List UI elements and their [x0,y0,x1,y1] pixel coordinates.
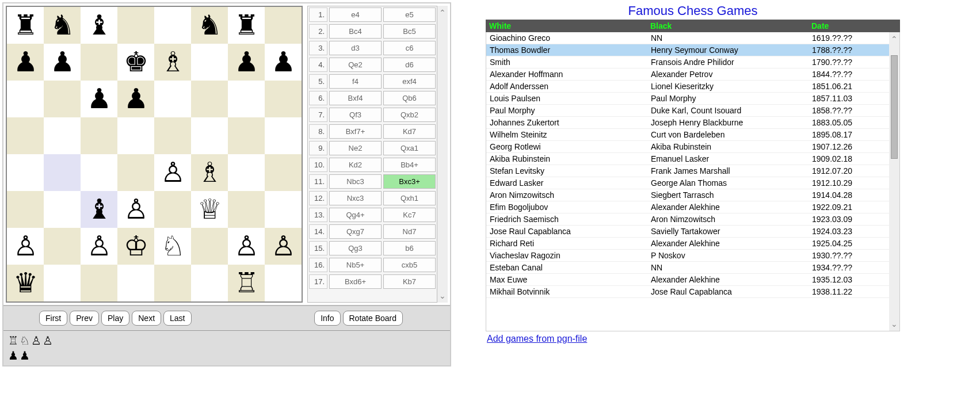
last-button[interactable]: Last [163,311,191,326]
game-row[interactable]: Georg RotlewiAkiba Rubinstein1907.12.26 [486,141,889,153]
square-7-4[interactable] [154,265,191,301]
square-2-2[interactable]: ♟ [81,81,117,117]
game-row[interactable]: Efim BogoljubovAlexander Alekhine1922.09… [486,201,889,213]
square-6-4[interactable]: ♘ [154,228,191,265]
game-row[interactable]: Gioachino GrecoNN1619.??.?? [486,32,889,44]
square-1-3[interactable]: ♚ [117,44,154,81]
move-black[interactable]: cxb5 [383,258,436,272]
add-games-link[interactable]: Add games from pgn-file [486,331,588,346]
square-7-3[interactable] [117,265,154,301]
square-3-4[interactable] [154,117,191,154]
move-white[interactable]: Qg3 [329,241,382,255]
square-2-0[interactable] [7,81,44,117]
move-black[interactable]: Bxc3+ [383,174,436,189]
move-white[interactable]: e4 [329,7,382,22]
move-white[interactable]: Bc4 [329,24,382,39]
move-white[interactable]: Bxf4 [329,91,382,105]
square-1-1[interactable]: ♟ [44,44,81,81]
move-black[interactable]: Qb6 [383,91,436,105]
square-7-2[interactable] [81,265,117,301]
move-black[interactable]: Kd7 [383,124,436,139]
square-4-3[interactable] [117,154,154,191]
square-1-4[interactable]: ♗ [154,44,191,81]
game-row[interactable]: Louis PaulsenPaul Morphy1857.11.03 [486,93,889,105]
game-row[interactable]: Akiba RubinsteinEmanuel Lasker1909.02.18 [486,153,889,165]
game-row[interactable]: Aron NimzowitschSiegbert Tarrasch1914.04… [486,189,889,201]
game-row[interactable]: Thomas BowdlerHenry Seymour Conway1788.?… [486,44,889,56]
square-3-6[interactable] [228,117,265,154]
move-white[interactable]: Qxg7 [329,224,382,239]
scroll-up-icon[interactable]: ⌃ [439,8,446,17]
square-3-1[interactable] [44,117,81,154]
move-black[interactable]: Nd7 [383,224,436,239]
square-3-5[interactable] [191,117,228,154]
square-4-0[interactable] [7,154,44,191]
square-4-5[interactable]: ♗ [191,154,228,191]
move-black[interactable]: Kc7 [383,208,436,222]
move-white[interactable]: Nbc3 [329,174,382,189]
game-row[interactable]: Friedrich SaemischAron Nimzowitsch1923.0… [486,213,889,226]
move-white[interactable]: Qe2 [329,58,382,72]
square-5-7[interactable] [265,191,302,228]
square-2-1[interactable] [44,81,81,117]
square-2-4[interactable] [154,81,191,117]
square-0-5[interactable]: ♞ [191,7,228,44]
move-white[interactable]: Bxd6+ [329,274,382,289]
move-white[interactable]: Ne2 [329,141,382,155]
move-black[interactable]: b6 [383,241,436,255]
square-0-6[interactable]: ♜ [228,7,265,44]
square-7-0[interactable]: ♛ [7,265,44,301]
square-7-5[interactable] [191,265,228,301]
games-list[interactable]: Gioachino GrecoNN1619.??.??Thomas Bowdle… [486,32,889,331]
game-row[interactable]: Stefan LevitskyFrank James Marshall1912.… [486,165,889,177]
square-0-7[interactable] [265,7,302,44]
square-1-0[interactable]: ♟ [7,44,44,81]
game-row[interactable]: Alexander HoffmannAlexander Petrov1844.?… [486,68,889,81]
move-black[interactable]: e5 [383,7,436,22]
square-0-0[interactable]: ♜ [7,7,44,44]
move-white[interactable]: d3 [329,41,382,55]
game-row[interactable]: Paul MorphyDuke Karl, Count Isouard1858.… [486,105,889,117]
scroll-down-icon[interactable]: ⌄ [439,291,446,300]
move-white[interactable]: Bxf7+ [329,124,382,139]
scroll-down-icon[interactable]: ⌄ [891,319,898,329]
square-1-2[interactable] [81,44,117,81]
square-7-7[interactable] [265,265,302,301]
scroll-thumb[interactable] [891,55,898,159]
first-button[interactable]: First [39,311,67,326]
move-white[interactable]: f4 [329,74,382,89]
square-4-7[interactable] [265,154,302,191]
move-black[interactable]: Qxb2 [383,108,436,122]
game-row[interactable]: Adolf AnderssenLionel Kieseritzky1851.06… [486,81,889,93]
game-row[interactable]: SmithFransois Andre Philidor1790.??.?? [486,56,889,68]
games-scrollbar[interactable]: ⌃ ⌄ [889,32,899,331]
square-5-1[interactable] [44,191,81,228]
move-scrollbar[interactable]: ⌃ ⌄ [437,6,448,303]
square-7-1[interactable] [44,265,81,301]
square-5-6[interactable] [228,191,265,228]
square-0-3[interactable] [117,7,154,44]
square-2-5[interactable] [191,81,228,117]
square-2-6[interactable] [228,81,265,117]
game-row[interactable]: Viacheslav RagozinP Noskov1930.??.?? [486,250,889,262]
square-5-5[interactable]: ♕ [191,191,228,228]
square-1-5[interactable] [191,44,228,81]
rotate-board-button[interactable]: Rotate Board [343,311,403,326]
square-3-3[interactable] [117,117,154,154]
move-black[interactable]: Qxh1 [383,191,436,205]
info-button[interactable]: Info [314,311,340,326]
move-white[interactable]: Qg4+ [329,208,382,222]
square-4-6[interactable] [228,154,265,191]
prev-button[interactable]: Prev [70,311,99,326]
move-black[interactable]: c6 [383,41,436,55]
square-4-4[interactable]: ♙ [154,154,191,191]
game-row[interactable]: Esteban CanalNN1934.??.?? [486,262,889,274]
square-5-4[interactable] [154,191,191,228]
game-row[interactable]: Max EuweAlexander Alekhine1935.12.03 [486,274,889,286]
move-black[interactable]: d6 [383,58,436,72]
next-button[interactable]: Next [132,311,161,326]
square-4-2[interactable] [81,154,117,191]
scroll-up-icon[interactable]: ⌃ [891,35,898,44]
square-5-0[interactable] [7,191,44,228]
chess-board[interactable]: ♜♞♝♞♜♟♟♚♗♟♟♟♟♙♗♝♙♕♙♙♔♘♙♙♛♖ [6,6,303,303]
